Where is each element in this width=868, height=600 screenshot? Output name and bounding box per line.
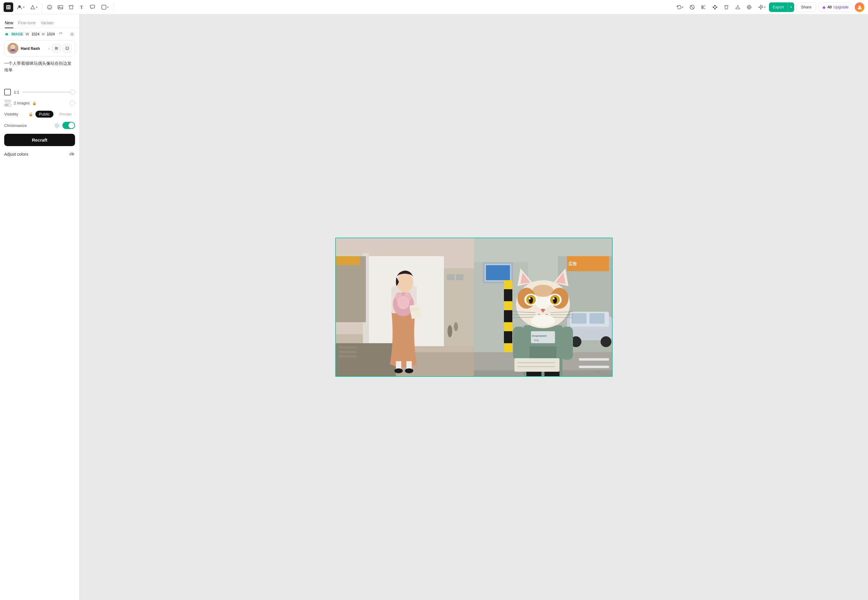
hanger-button[interactable] (733, 2, 742, 12)
recraft-logo-button[interactable] (710, 2, 720, 12)
toolbar: ▾ ▾ (0, 0, 868, 14)
mask-icon (689, 4, 695, 10)
image-left-svg (336, 238, 474, 376)
svg-text:Snopiеybazir: Snopiеybazir (532, 335, 547, 337)
aspect-ratio-thumb[interactable] (70, 90, 75, 94)
target-icon (746, 4, 752, 10)
images-container: 広告 (335, 238, 613, 377)
images-radio-button[interactable] (70, 100, 75, 106)
ratio-box-icon (4, 89, 11, 95)
speech-bubble-icon (90, 4, 96, 10)
recraft-button[interactable]: Recraft (4, 134, 75, 146)
svg-point-23 (713, 6, 714, 8)
height-value: 1024 (47, 32, 55, 36)
tab-new[interactable]: New (5, 18, 13, 28)
export-dropdown-arrow[interactable]: ▾ (788, 2, 794, 12)
canvas-area[interactable]: 広告 (79, 14, 868, 600)
height-label: H (42, 32, 44, 36)
profile-dropdown-button[interactable]: ▾ (14, 2, 26, 12)
svg-text:krug: krug (534, 339, 539, 341)
style-expand-arrow[interactable]: › (48, 46, 50, 51)
tab-finetune[interactable]: Fine-tune (18, 18, 36, 28)
image-info-row: IMAGE W 1024 H 1024 0 (4, 32, 75, 36)
private-button[interactable]: Private (56, 111, 75, 118)
mask-button[interactable] (687, 2, 697, 12)
toggle-knob (8, 103, 11, 106)
image-tool-button[interactable] (56, 2, 65, 12)
vector-icon (30, 5, 35, 10)
style-sliders-button[interactable] (52, 44, 61, 53)
images-lock-icon: 🔒 (32, 101, 36, 105)
svg-point-27 (748, 6, 750, 8)
svg-rect-77 (336, 256, 360, 265)
svg-rect-91 (504, 322, 512, 331)
sidebar-content: IMAGE W 1024 H 1024 0 (0, 28, 79, 600)
adjust-colors-icon (68, 151, 75, 158)
image-type-icon (4, 32, 9, 36)
svg-rect-2 (9, 6, 10, 7)
undo-redo-button[interactable]: ▾ (674, 2, 686, 12)
sparkle-button[interactable]: ▾ (756, 2, 768, 12)
speech-bubble-button[interactable] (88, 2, 97, 12)
prompt-area[interactable]: 一个人带着猫咪玩偶头像站在街边发传单 (4, 60, 75, 84)
style-face-button[interactable] (63, 44, 72, 53)
images-label: 2 images (14, 101, 30, 105)
scissors-button[interactable] (699, 2, 708, 12)
christmasize-row: Christmasize ❄️ (4, 122, 75, 129)
public-button[interactable]: Public (35, 111, 53, 118)
home-button[interactable] (4, 2, 13, 12)
svg-rect-89 (504, 280, 512, 289)
face-tool-button[interactable] (45, 2, 54, 12)
dropdown-arrow-icon: ▾ (23, 6, 24, 9)
svg-rect-56 (336, 256, 366, 322)
visibility-lock-icon: 🔒 (29, 112, 33, 117)
svg-point-133 (533, 285, 554, 297)
credits-upgrade-button[interactable]: ◆ 40 Upgrade (818, 2, 853, 12)
christmasize-toggle[interactable] (62, 122, 75, 129)
svg-rect-85 (486, 265, 510, 280)
svg-rect-3 (7, 8, 8, 8)
prompt-text: 一个人带着猫咪玩偶头像站在街边发传单 (4, 60, 75, 74)
style-row: Hard flash › (4, 40, 75, 56)
svg-rect-10 (58, 5, 63, 9)
images-toggle[interactable] (4, 100, 11, 106)
style-thumb-image (8, 43, 18, 54)
svg-point-125 (529, 298, 531, 299)
rotate-icon (59, 32, 63, 36)
svg-point-25 (714, 7, 716, 8)
export-button[interactable]: Export ▾ (769, 2, 794, 12)
svg-rect-75 (447, 274, 454, 280)
sparkle-arrow: ▾ (764, 6, 766, 9)
christmasize-label: Christmasize (4, 123, 54, 128)
vector-tool-button[interactable]: ▾ (27, 2, 39, 12)
main-layout: New Fine-tune Variate IMAGE W 1024 H 102… (0, 14, 868, 600)
adjust-colors-row[interactable]: Adjust colors (4, 151, 75, 158)
shape-dropdown-arrow: ▾ (107, 6, 109, 9)
svg-marker-6 (31, 5, 35, 9)
user-avatar-button[interactable] (855, 2, 864, 12)
svg-point-7 (47, 5, 52, 9)
shape-tool-button[interactable]: ▾ (99, 2, 111, 12)
svg-rect-112 (514, 358, 560, 372)
cloth-button[interactable] (722, 2, 731, 12)
svg-rect-59 (339, 351, 357, 353)
text-icon: T (79, 4, 85, 10)
share-button[interactable]: Share (797, 2, 816, 12)
svg-point-32 (762, 5, 763, 6)
svg-line-20 (703, 8, 705, 9)
toggle-knob-christmasize (68, 123, 74, 129)
svg-rect-60 (339, 355, 357, 358)
svg-point-8 (49, 7, 49, 7)
adjust-colors-label: Adjust colors (4, 152, 68, 157)
svg-rect-1 (7, 6, 8, 7)
hanger-icon (735, 4, 741, 10)
svg-text:EPA: EPA (594, 370, 601, 374)
text-tool-button[interactable]: T (77, 2, 87, 12)
aspect-ratio-slider[interactable] (22, 91, 75, 93)
sliders-icon (54, 46, 59, 50)
tab-variate[interactable]: Variate (41, 18, 53, 28)
cloth-icon (723, 4, 729, 10)
target-button[interactable] (744, 2, 754, 12)
shirt-tool-button[interactable] (66, 2, 76, 12)
toolbar-right: Export ▾ Share ◆ 40 Upgrade (769, 2, 864, 12)
